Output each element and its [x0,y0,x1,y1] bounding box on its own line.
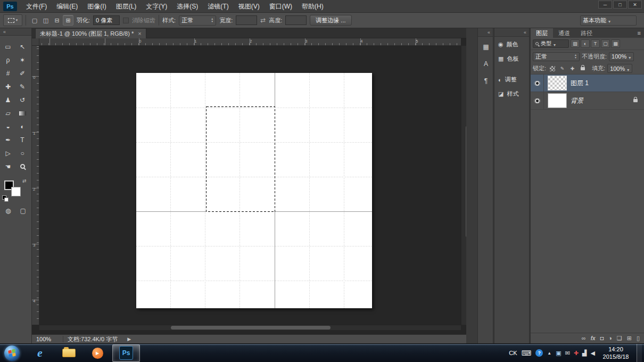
lasso-tool[interactable]: ρ [1,53,15,67]
zoom-tool[interactable] [15,160,30,173]
character-panel-icon[interactable]: A [478,57,494,71]
menu-item[interactable]: 编辑(E) [52,0,82,13]
opacity-dropdown[interactable]: 100% [609,52,634,61]
swatches-panel-button[interactable]: ▦ 色板 [494,52,529,65]
link-layers-icon[interactable]: ∞ [582,335,586,341]
show-hidden-icons-button[interactable]: ▲ [547,351,551,356]
menu-item[interactable]: 文件(F) [21,0,52,13]
brush-tool[interactable]: ✎ [15,80,30,93]
filter-smart-objects-icon[interactable]: ▩ [611,39,620,48]
add-layer-mask-icon[interactable]: ◘ [600,335,604,341]
filter-type-dropdown[interactable]: 类型 [533,39,569,48]
zoom-level[interactable]: 100% [36,336,59,342]
input-method-indicator[interactable]: CK [509,350,517,356]
toolbar-collapse-button[interactable]: « [0,28,31,36]
history-brush-tool[interactable]: ↺ [15,93,30,106]
media-player-button[interactable]: ▶ [84,344,111,362]
lock-position-button[interactable]: ✚ [568,64,576,72]
menu-item[interactable]: 图像(I) [82,0,111,13]
background-color-swatch[interactable] [11,187,21,196]
screen-mode-button[interactable]: ▢ [20,207,26,215]
subtract-from-selection-button[interactable]: ⊟ [52,15,62,26]
gradient-tool[interactable] [15,106,30,120]
filter-adjustment-layers-icon[interactable]: ◐ [581,39,590,48]
filter-pixel-layers-icon[interactable]: ▨ [571,39,580,48]
maximize-button[interactable]: □ [613,1,627,9]
file-explorer-button[interactable] [55,344,82,362]
menu-item[interactable]: 图层(L) [111,0,142,13]
collapse-panels-button[interactable]: « [478,28,493,37]
start-button[interactable] [4,345,20,361]
eyedropper-tool[interactable]: ✐ [15,67,30,80]
clone-stamp-tool[interactable]: ♟ [1,93,15,106]
canvas-viewport[interactable] [39,46,461,325]
minimize-button[interactable]: ─ [598,1,612,9]
pen-tool[interactable]: ✒ [1,133,15,146]
security-tray-icon[interactable]: ✚ [574,350,579,356]
taskbar-clock[interactable]: 14:20 2015/8/18 [599,345,632,361]
quick-mask-button[interactable]: ◍ [5,207,11,215]
tool-preset-dropdown[interactable]: ▾ [3,14,22,26]
menu-item[interactable]: 视图(V) [234,0,265,13]
intersect-selection-button[interactable]: ⊞ [63,15,73,26]
layer-thumbnail[interactable] [548,76,567,90]
style-dropdown[interactable]: 正常 [179,15,216,26]
rectangular-marquee-tool[interactable]: ▭ [1,40,15,53]
styles-panel-button[interactable]: ◪ 样式 [494,87,529,101]
new-layer-icon[interactable]: ⊞ [627,335,632,341]
blur-tool[interactable]: ◒ [1,120,15,133]
network-tray-icon[interactable]: ▟ [582,350,587,356]
move-tool[interactable]: ↖ [15,40,30,53]
feather-input[interactable] [93,15,120,25]
paragraph-panel-icon[interactable]: ¶ [478,74,494,88]
close-button[interactable]: ✕ [628,1,642,9]
visibility-toggle[interactable] [531,75,544,92]
spot-healing-brush-tool[interactable]: ✚ [1,80,15,93]
menu-item[interactable]: 滤镜(T) [203,0,233,13]
scrollbar-thumb[interactable] [171,326,331,330]
default-colors-icon[interactable] [2,195,7,201]
blend-mode-dropdown[interactable]: 正常 [533,52,580,61]
ellipse-tool[interactable]: ○ [15,146,30,160]
color-panel-button[interactable]: ◉ 颜色 [494,38,529,51]
path-selection-tool[interactable]: ▷ [1,146,15,160]
workspace-dropdown[interactable]: 基本功能 [580,15,637,26]
message-tray-icon[interactable]: ✉ [565,350,570,356]
adjustment-layer-icon[interactable]: ◑ [608,335,612,341]
magic-wand-tool[interactable]: ✶ [15,53,30,67]
antialias-checkbox[interactable] [123,18,129,23]
show-desktop-button[interactable] [637,344,642,362]
hand-tool[interactable]: ☚ [1,160,15,173]
new-selection-button[interactable]: ▢ [29,15,40,26]
horizontal-scrollbar[interactable] [39,325,461,330]
swap-dimensions-icon[interactable]: ⇄ [260,17,266,24]
dodge-tool[interactable]: ◐ [15,120,30,133]
vertical-scrollbar[interactable] [461,46,466,325]
canvas[interactable] [136,73,372,308]
height-input[interactable] [285,15,307,25]
brush-panel-icon[interactable]: ▦ [478,40,494,54]
swap-colors-icon[interactable]: ⇄ [22,178,27,184]
document-tab[interactable]: 未标题-1 @ 100% (图层 1, RGB/8) * × [35,28,146,38]
help-icon[interactable]: ? [535,349,543,357]
menu-item[interactable]: 选择(S) [172,0,203,13]
lock-all-button[interactable] [579,64,587,72]
crop-tool[interactable]: # [1,67,15,80]
layer-thumbnail[interactable] [548,93,567,108]
menu-item[interactable]: 帮助(H) [297,0,328,13]
photoshop-taskbar-button[interactable]: Ps [112,344,140,362]
collapse-panels-button[interactable]: « [494,28,529,37]
adjustments-panel-button[interactable]: ◐ 调整 [494,73,529,86]
layer-row[interactable]: 背景 [531,92,644,110]
lock-pixels-button[interactable]: ✎ [558,64,566,72]
panel-tab[interactable]: 通道 [553,28,575,38]
menu-item[interactable]: 文字(Y) [141,0,172,13]
delete-layer-icon[interactable]: ▯ [637,335,640,341]
panel-tab[interactable]: 图层 [531,28,553,38]
add-to-selection-button[interactable]: ◫ [40,15,51,26]
filter-shape-layers-icon[interactable]: ▢ [601,39,610,48]
internet-explorer-button[interactable]: e [26,344,54,362]
status-menu-arrow[interactable]: ▶ [127,336,131,342]
new-group-icon[interactable]: ❏ [617,335,622,341]
layer-style-icon[interactable]: fx [591,336,596,341]
